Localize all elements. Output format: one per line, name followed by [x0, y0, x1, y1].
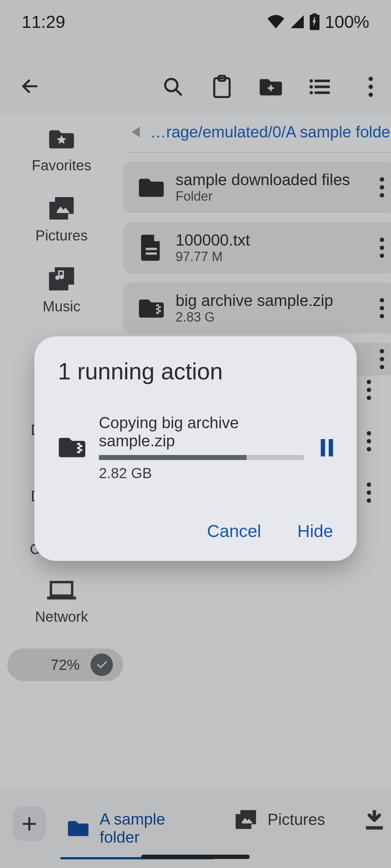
dialog-task-row: Copying big archive sample.zip 2.82 GB [58, 414, 337, 481]
svg-rect-32 [77, 451, 80, 453]
running-actions-dialog: 1 running action Copying big archive sam… [34, 336, 357, 561]
pause-icon [321, 439, 333, 456]
task-size: 2.82 GB [99, 465, 304, 481]
svg-rect-31 [79, 449, 82, 451]
svg-rect-30 [77, 447, 80, 449]
pause-button[interactable] [317, 439, 337, 456]
folder-zip-icon [58, 436, 86, 458]
svg-rect-28 [77, 443, 80, 445]
task-description: Copying big archive sample.zip [99, 414, 304, 450]
svg-rect-29 [79, 445, 82, 447]
hide-button[interactable]: Hide [297, 521, 333, 541]
dialog-title: 1 running action [58, 358, 337, 385]
cancel-button[interactable]: Cancel [207, 521, 261, 541]
task-progress-bar [99, 455, 304, 460]
